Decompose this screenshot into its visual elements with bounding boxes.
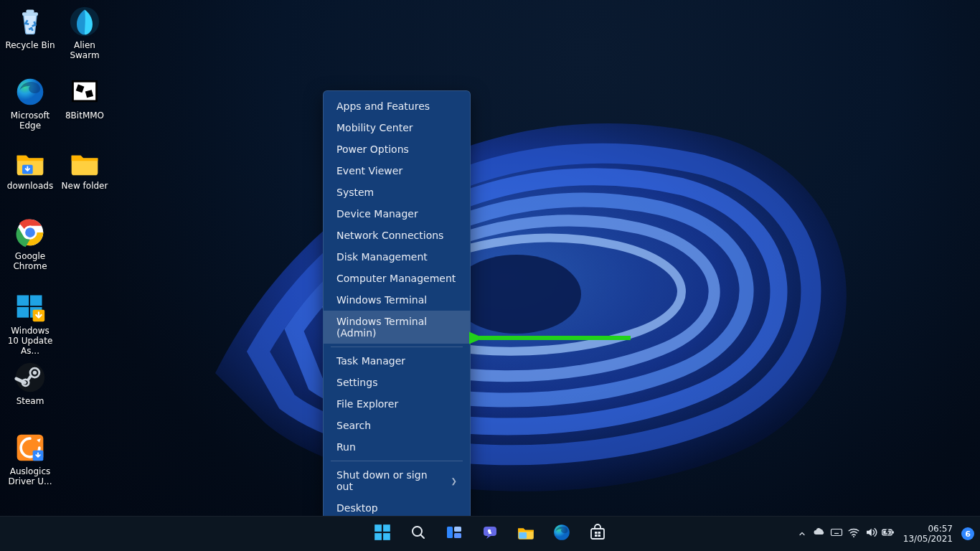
winx-item-label: Power Options (336, 143, 409, 155)
recycle-bin-icon (13, 4, 47, 39)
desktop-icon-label: New folder (57, 181, 112, 191)
tray-chevron-up-button[interactable] (794, 517, 810, 551)
desktop-icon-downloads[interactable]: downloads (3, 142, 57, 192)
desktop-icon-steam[interactable]: Steam (3, 357, 57, 408)
winx-item-apps-and-features[interactable]: Apps and Features (324, 95, 470, 117)
winx-item-file-explorer[interactable]: File Explorer (324, 393, 470, 415)
tray-volume-button[interactable] (863, 517, 879, 551)
desktop-icon-label: downloads (3, 181, 57, 191)
winx-item-system[interactable]: System (324, 182, 470, 203)
winx-item-computer-management[interactable]: Computer Management (324, 268, 470, 289)
desktop-icon-win10-update[interactable]: Windows 10 Update As... (3, 287, 57, 357)
tray-onedrive-button[interactable] (811, 517, 827, 551)
notification-badge[interactable]: 6 (961, 527, 974, 540)
svg-rect-28 (383, 533, 390, 540)
desktop-icon-google-chrome[interactable]: Google Chrome (3, 212, 57, 273)
svg-rect-42 (598, 534, 601, 537)
edge-icon (552, 523, 571, 545)
taskbar-center (367, 517, 613, 551)
winx-item-event-viewer[interactable]: Event Viewer (324, 160, 470, 182)
tray-wifi-button[interactable] (846, 517, 862, 551)
desktop-icon-label: 8BitMMO (57, 110, 112, 121)
svg-rect-5 (73, 81, 97, 100)
8bitmmo-icon (67, 75, 102, 109)
winx-item-label: Task Manager (336, 355, 405, 367)
desktop-icon-label: Microsoft Edge (3, 110, 57, 131)
chevron-up-icon (798, 527, 806, 541)
desktop-area[interactable]: Recycle BinAlien SwarmMicrosoft Edge8Bit… (0, 0, 980, 517)
desktop-icon-recycle-bin[interactable]: Recycle Bin (3, 1, 57, 52)
taskbar-chat-button[interactable] (474, 518, 506, 550)
svg-rect-41 (595, 534, 598, 537)
menu-separator (331, 347, 463, 347)
taskbar-search-button[interactable] (402, 518, 434, 550)
desktop-icon-label: Windows 10 Update As... (3, 326, 57, 356)
desktop-icon-microsoft-edge[interactable]: Microsoft Edge (3, 72, 57, 132)
winx-item-label: Settings (336, 377, 377, 388)
search-icon (410, 524, 427, 544)
winx-item-mobility-center[interactable]: Mobility Center (324, 117, 470, 138)
winx-item-windows-terminal-admin[interactable]: Windows Terminal (Admin) (324, 311, 470, 344)
winx-item-label: System (336, 187, 374, 198)
winx-item-label: Device Manager (336, 208, 418, 220)
taskbar: 06:5713/05/20216 (0, 516, 980, 551)
taskbar-start-button[interactable] (367, 518, 398, 550)
svg-rect-27 (374, 533, 382, 540)
tray-keyboard-button[interactable] (829, 517, 844, 551)
winx-item-windows-terminal[interactable]: Windows Terminal (324, 289, 470, 311)
winx-item-disk-management[interactable]: Disk Management (324, 246, 470, 268)
desktop-icon-new-folder[interactable]: New folder (57, 142, 112, 192)
chat-icon (481, 524, 499, 544)
winx-item-power-options[interactable]: Power Options (324, 138, 470, 160)
svg-rect-39 (595, 532, 598, 534)
winx-item-label: Computer Management (336, 273, 456, 284)
winx-item-label: Search (336, 420, 371, 431)
svg-rect-31 (447, 527, 453, 538)
desktop-icon-alien-swarm[interactable]: Alien Swarm (57, 1, 112, 62)
winx-item-settings[interactable]: Settings (324, 372, 470, 393)
desktop-icon-label: Auslogics Driver U... (3, 466, 57, 486)
winx-item-label: Mobility Center (336, 122, 413, 133)
svg-rect-15 (17, 307, 29, 318)
winx-item-device-manager[interactable]: Device Manager (324, 203, 470, 225)
desktop-icon-8bitmmo[interactable]: 8BitMMO (57, 72, 112, 122)
winx-menu: Apps and FeaturesMobility CenterPower Op… (323, 90, 471, 524)
svg-rect-14 (30, 296, 42, 306)
svg-rect-43 (831, 529, 842, 536)
svg-point-49 (853, 536, 854, 537)
svg-rect-38 (591, 529, 604, 539)
alien-swarm-icon (67, 4, 102, 39)
taskbar-task-view-button[interactable] (438, 518, 470, 550)
taskbar-edge-button[interactable] (546, 518, 578, 550)
svg-rect-33 (454, 533, 461, 538)
winx-item-shut-down-or-sign-out[interactable]: Shut down or sign out❯ (324, 464, 470, 497)
winx-item-network-connections[interactable]: Network Connections (324, 225, 470, 246)
svg-rect-32 (454, 527, 461, 532)
svg-rect-25 (374, 524, 382, 532)
winx-item-task-manager[interactable]: Task Manager (324, 350, 470, 372)
svg-rect-13 (17, 296, 29, 306)
taskbar-clock[interactable]: 06:5713/05/2021 (897, 524, 957, 544)
winx-item-search[interactable]: Search (324, 415, 470, 436)
clock-date: 13/05/2021 (903, 534, 953, 544)
system-tray: 06:5713/05/20216 (794, 517, 974, 551)
winx-item-label: Windows Terminal (336, 294, 427, 306)
start-icon (373, 523, 392, 545)
google-chrome-icon (13, 215, 47, 250)
new-folder-icon (67, 145, 102, 179)
winx-item-run[interactable]: Run (324, 436, 470, 458)
taskbar-file-explorer-button[interactable] (510, 518, 542, 550)
volume-icon (864, 526, 877, 542)
battery-icon (881, 526, 895, 542)
steam-icon (13, 360, 47, 395)
winx-item-label: Desktop (336, 502, 378, 514)
svg-point-20 (33, 371, 37, 375)
tray-battery-button[interactable] (880, 517, 896, 551)
winx-item-label: Windows Terminal (Admin) (336, 316, 457, 339)
svg-marker-50 (867, 529, 872, 537)
svg-rect-52 (892, 532, 894, 534)
clock-time: 06:57 (903, 524, 953, 534)
desktop-icon-auslogics[interactable]: Auslogics Driver U... (3, 428, 57, 488)
taskbar-store-button[interactable] (582, 518, 613, 550)
wifi-icon (847, 526, 860, 542)
